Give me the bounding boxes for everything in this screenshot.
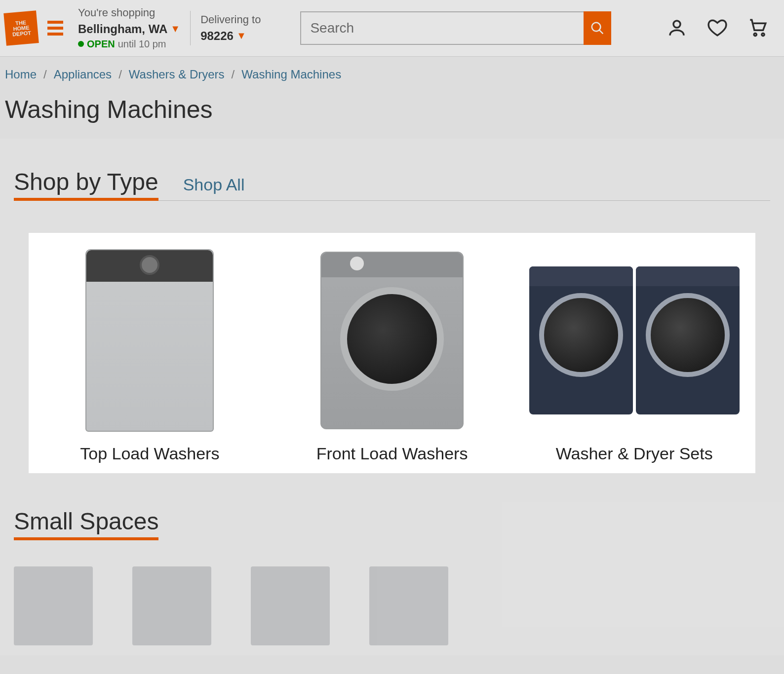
tab-shop-all[interactable]: Shop All [183, 175, 245, 197]
shopping-label: You're shopping [78, 5, 180, 21]
favorites-button[interactable] [707, 17, 728, 39]
search-icon [590, 21, 605, 36]
account-button[interactable] [666, 17, 687, 39]
card-label: Washer & Dryer Sets [523, 444, 745, 463]
site-header: THEHOMEDEPOT You're shopping Bellingham,… [0, 0, 784, 57]
section-tabs: Shop by Type Shop All [14, 168, 770, 201]
search-bar [300, 11, 611, 45]
breadcrumb-washers-dryers[interactable]: Washers & Dryers [129, 68, 225, 81]
breadcrumb-washing-machines[interactable]: Washing Machines [241, 68, 341, 81]
search-button[interactable] [584, 11, 611, 45]
delivery-selector[interactable]: Delivering to 98226 ▼ [200, 12, 261, 44]
small-space-item[interactable] [251, 566, 330, 645]
heart-icon [707, 17, 728, 38]
card-washer-dryer-sets[interactable]: Washer & Dryer Sets [523, 247, 745, 463]
home-depot-logo[interactable]: THEHOMEDEPOT [3, 10, 39, 46]
svg-point-1 [754, 33, 756, 36]
card-label: Front Load Washers [281, 444, 504, 463]
chevron-down-icon: ▼ [236, 29, 246, 42]
tab-shop-by-type[interactable]: Shop by Type [14, 168, 158, 197]
breadcrumb-home[interactable]: Home [5, 68, 37, 81]
zip-text: 98226 [200, 28, 234, 44]
card-label: Top Load Washers [39, 444, 261, 463]
user-icon [666, 17, 687, 38]
breadcrumb-sep: / [232, 68, 235, 81]
open-text: OPEN [87, 37, 115, 51]
breadcrumb-appliances[interactable]: Appliances [54, 68, 112, 81]
washer-dryer-set-image [523, 247, 745, 434]
content-area: Shop by Type Shop All Top Load Washers F… [0, 139, 784, 655]
page-title: Washing Machines [0, 86, 784, 139]
divider [190, 11, 191, 45]
section-small-spaces: Small Spaces [14, 508, 158, 537]
delivering-label: Delivering to [200, 12, 261, 28]
store-status: OPEN until 10 pm [78, 37, 180, 51]
until-text: until 10 pm [118, 37, 166, 51]
hamburger-menu-icon[interactable] [47, 21, 63, 36]
cart-button[interactable] [747, 17, 768, 39]
small-space-item[interactable] [369, 566, 448, 645]
card-front-load-washers[interactable]: Front Load Washers [281, 247, 504, 463]
header-icons [666, 17, 779, 39]
top-load-washer-image [39, 247, 261, 434]
svg-point-0 [673, 21, 680, 28]
open-dot-icon [78, 41, 84, 47]
category-cards-panel: Top Load Washers Front Load Washers Wash… [29, 233, 755, 473]
small-space-item[interactable] [132, 566, 211, 645]
small-spaces-row [14, 566, 770, 645]
breadcrumb: Home / Appliances / Washers & Dryers / W… [0, 57, 784, 86]
store-selector[interactable]: You're shopping Bellingham, WA ▼ OPEN un… [78, 5, 180, 51]
breadcrumb-sep: / [43, 68, 47, 81]
store-location-text: Bellingham, WA [78, 21, 167, 37]
card-top-load-washers[interactable]: Top Load Washers [39, 247, 261, 463]
svg-point-2 [762, 33, 764, 36]
shopping-location: Bellingham, WA ▼ [78, 21, 180, 37]
delivering-zip: 98226 ▼ [200, 28, 261, 44]
front-load-washer-image [281, 247, 504, 434]
search-input[interactable] [300, 11, 584, 45]
breadcrumb-sep: / [118, 68, 122, 81]
small-space-item[interactable] [14, 566, 93, 645]
chevron-down-icon: ▼ [170, 22, 180, 36]
cart-icon [747, 17, 768, 38]
